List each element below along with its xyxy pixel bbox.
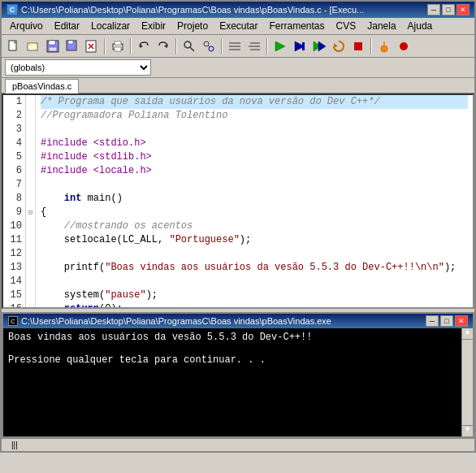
code-token [41, 219, 64, 233]
line-number: 9 [6, 206, 22, 219]
title-bar-text: C:\Users\Poliana\Desktop\Poliana\Program… [21, 5, 364, 15]
save-button[interactable] [44, 37, 62, 55]
code-token: //mostrando os acentos [64, 219, 193, 233]
scroll-up[interactable]: ▲ [462, 328, 473, 340]
code-token: system( [41, 289, 105, 302]
title-bar-left: C C:\Users\Poliana\Desktop\Poliana\Progr… [6, 4, 364, 15]
code-content[interactable]: /* Programa que saída usuários da nova v… [36, 95, 473, 307]
console-line [8, 343, 468, 354]
menu-editar[interactable]: Editar [50, 20, 84, 33]
close-button[interactable]: ✕ [457, 4, 470, 15]
code-line: return(0); [41, 302, 468, 307]
code-token: #include <stdio.h> [41, 137, 146, 150]
menu-executar[interactable]: Executar [214, 20, 262, 33]
rebuild-button[interactable] [330, 37, 348, 55]
menu-exibir[interactable]: Exibir [136, 20, 171, 33]
run-button[interactable] [291, 37, 309, 55]
svg-rect-3 [49, 41, 55, 45]
svg-rect-6 [68, 41, 73, 44]
replace-button[interactable] [200, 37, 218, 55]
line-number: 12 [6, 247, 22, 261]
code-line [41, 275, 468, 289]
menu-localizar[interactable]: Localizar [86, 20, 135, 33]
svg-line-19 [208, 46, 210, 47]
close-file-button[interactable] [83, 37, 101, 55]
line-number: 3 [6, 123, 22, 137]
compile-button[interactable] [271, 37, 289, 55]
code-line: { [41, 206, 468, 219]
code-token [41, 192, 64, 206]
open-button[interactable] [24, 37, 42, 55]
unindent-button[interactable] [245, 37, 263, 55]
console-close-button[interactable]: ✕ [455, 315, 468, 327]
scroll-down[interactable]: ▼ [462, 425, 473, 436]
compile-run-button[interactable] [310, 37, 328, 55]
collapse-cell [26, 123, 35, 137]
code-line: //mostrando os acentos [41, 219, 468, 233]
console-title-text: C:\Users\Poliana\Desktop\Poliana\Program… [21, 316, 331, 326]
print-button[interactable] [109, 37, 127, 55]
separator1 [104, 38, 106, 54]
code-token: #include <stdlib.h> [41, 150, 152, 164]
console-restore-button[interactable]: □ [440, 315, 453, 327]
restore-button[interactable]: □ [442, 4, 455, 15]
line-number: 16 [6, 302, 22, 309]
svg-marker-31 [334, 43, 338, 47]
line-number: 11 [6, 233, 22, 247]
save-all-button[interactable] [63, 37, 81, 55]
separator2 [130, 38, 132, 54]
collapse-icon[interactable]: ⊟ [28, 208, 32, 217]
collapse-cell [26, 192, 35, 206]
tab-boasvindas[interactable]: pBoasVindas.c [5, 79, 79, 93]
svg-point-35 [400, 42, 408, 50]
line-number: 7 [6, 178, 22, 192]
find-button[interactable] [180, 37, 198, 55]
redo-button[interactable] [154, 37, 172, 55]
minimize-button[interactable]: ─ [427, 4, 440, 15]
globals-dropdown[interactable]: (globals) [5, 59, 151, 76]
breakpoint-button[interactable] [395, 37, 413, 55]
console-minimize-button[interactable]: ─ [426, 315, 439, 327]
menu-cvs[interactable]: CVS [331, 20, 361, 33]
code-token: ); [146, 289, 158, 302]
new-button[interactable] [5, 37, 23, 55]
svg-marker-30 [318, 41, 326, 51]
console-scrollbar[interactable]: ▲ ▼ [461, 328, 473, 436]
ide-window: C C:\Users\Poliana\Desktop\Poliana\Progr… [0, 0, 476, 453]
collapse-cell [26, 247, 35, 261]
console-title-bar: C C:\Users\Poliana\Desktop\Poliana\Progr… [3, 314, 473, 328]
menu-projeto[interactable]: Projeto [172, 20, 213, 33]
code-line: int main() [41, 192, 468, 206]
code-line: setlocale(LC_ALL, "Portuguese"); [41, 233, 468, 247]
menu-ferramentas[interactable]: Ferramentas [264, 20, 329, 33]
stop-button[interactable] [349, 37, 367, 55]
menu-arquivo[interactable]: Arquivo [5, 20, 48, 33]
undo-button[interactable] [135, 37, 153, 55]
menu-janela[interactable]: Janela [362, 20, 400, 33]
collapse-cell [26, 261, 35, 275]
code-line: #include <locale.h> [41, 164, 468, 178]
status-bar: ||| [2, 438, 474, 451]
code-token: /* Programa que saída usuários da nova v… [41, 95, 380, 109]
code-token: printf( [41, 261, 105, 275]
separator5 [266, 38, 268, 54]
editor-area: 1234567891011121314151617 ⊟ /* Programa … [2, 93, 474, 309]
menu-ajuda[interactable]: Ajuda [403, 20, 438, 33]
indent-button[interactable] [226, 37, 244, 55]
collapse-cell [26, 95, 35, 109]
code-line: /* Programa que saída usuários da nova v… [41, 95, 468, 109]
collapse-cell [26, 164, 35, 178]
line-number: 13 [6, 261, 22, 275]
line-number: 10 [6, 219, 22, 233]
code-line [41, 247, 468, 261]
collapse-cell [26, 109, 35, 123]
debug-button[interactable] [375, 37, 393, 55]
tab-bar: pBoasVindas.c [2, 78, 474, 93]
line-numbers: 1234567891011121314151617 [3, 95, 26, 307]
code-token: main() [81, 192, 122, 206]
code-token [41, 302, 64, 307]
console-title-buttons: ─ □ ✕ [426, 315, 468, 327]
code-line: printf("Boas vindas aos usuários da vesã… [41, 261, 468, 275]
console-title-left: C C:\Users\Poliana\Desktop\Poliana\Progr… [8, 316, 331, 326]
svg-rect-12 [115, 47, 121, 51]
